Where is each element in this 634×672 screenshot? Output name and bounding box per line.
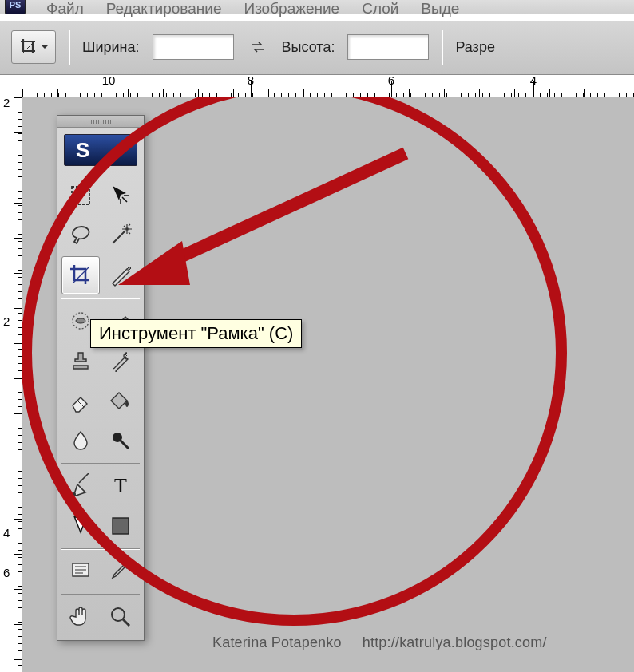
lasso-tool[interactable] [61,216,100,255]
marquee-tool[interactable] [61,176,100,215]
notes-tool[interactable] [61,552,100,591]
blur-tool[interactable] [61,421,100,460]
eraser-icon [68,388,93,413]
ruler-h-number: 8 [248,73,254,87]
attribution-author: Katerina Potapenko [212,634,342,650]
stamp-icon [68,348,93,374]
height-label: Высота: [282,39,335,56]
hand-tool[interactable] [61,598,100,636]
swap-dimensions-button[interactable] [247,36,269,58]
tool-divider [61,463,140,464]
ruler-v-number: 4 [3,526,10,540]
pen-tool[interactable] [61,467,100,505]
shape-tool[interactable] [101,507,140,545]
menu-image[interactable]: Изображение [244,0,339,18]
shape-icon [108,513,133,539]
width-label: Ширина: [82,39,140,56]
dodge-tool[interactable] [101,421,140,460]
blur-icon [68,428,93,453]
eyedropper-tool[interactable] [101,552,140,591]
ruler-h-number: 10 [102,73,116,87]
hand-icon [68,604,93,630]
annotation-arrow [118,153,406,285]
move-tool[interactable] [101,176,140,215]
path-selection-icon [68,513,93,539]
menu-file[interactable]: Файл [46,0,84,18]
chevron-down-icon [42,44,48,50]
ruler-v-number: 2 [3,96,10,109]
canvas-area[interactable]: S T Инструмент "Рамка" (C) Katerina Pota… [22,97,634,672]
svg-point-9 [112,608,125,621]
svg-rect-0 [72,187,89,204]
ruler-v-number: 2 [3,314,10,328]
crop-tool[interactable] [61,256,100,294]
eraser-tool[interactable] [61,381,100,420]
path-selection-tool[interactable] [61,507,100,545]
history-brush-icon [108,348,133,374]
ruler-horizontal: 10864 [22,75,634,97]
divider [442,30,442,65]
paint-bucket-tool[interactable] [101,381,140,420]
ruler-h-number: 4 [530,73,537,87]
swap-icon [249,38,267,56]
svg-point-3 [76,318,85,323]
ruler-h-number: 6 [388,73,394,87]
eyedropper-icon [108,559,133,584]
svg-text:T: T [114,474,127,497]
pen-icon [68,473,93,499]
tools-panel-grip[interactable] [57,116,144,128]
tool-divider [61,548,140,549]
svg-point-1 [125,227,129,231]
notes-icon [68,559,93,584]
ruler-v-number: 6 [3,566,10,579]
lasso-icon [68,223,93,248]
slice-tool[interactable] [101,256,140,294]
workspace: 2246 S T Инструмент "Рамка" (C) Katerina… [0,97,634,672]
svg-rect-7 [113,518,129,534]
options-bar: Ширина: Высота: Разре [0,19,634,75]
width-input[interactable] [153,34,234,60]
marquee-icon [68,183,93,208]
tool-divider [61,298,140,298]
tooltip: Инструмент "Рамка" (C) [90,319,302,348]
magic-wand-tool[interactable] [101,216,140,255]
zoom-tool[interactable] [101,598,140,636]
attribution-url: http://katrulya.blogspot.com/ [363,634,547,650]
paint-bucket-icon [108,388,133,413]
attribution: Katerina Potapenko http://katrulya.blogs… [212,634,547,651]
dodge-icon [108,428,133,453]
crop-icon [68,263,93,288]
crop-icon [19,38,38,57]
divider [69,30,69,65]
ps-mini-logo: S [64,134,137,166]
menu-layer[interactable]: Слой [362,0,398,18]
tools-panel: S T [57,115,145,641]
height-input[interactable] [347,34,429,60]
resolution-label: Разре [455,39,495,56]
menubar: Файл Редактирование Изображение Слой Выд… [0,0,634,14]
zoom-icon [108,604,133,630]
ruler-vertical: 2246 [0,97,22,672]
tool-divider [61,594,140,595]
move-icon [108,183,133,208]
svg-line-10 [154,153,406,269]
menu-select[interactable]: Выде [421,0,459,18]
svg-point-5 [73,492,76,496]
tool-preset-button[interactable] [11,30,56,64]
magic-wand-icon [108,223,133,248]
type-icon: T [108,473,133,499]
slice-icon [108,263,133,288]
app-logo-icon: PS [5,0,26,14]
menu-edit[interactable]: Редактирование [106,0,222,18]
type-tool[interactable]: T [101,467,140,505]
